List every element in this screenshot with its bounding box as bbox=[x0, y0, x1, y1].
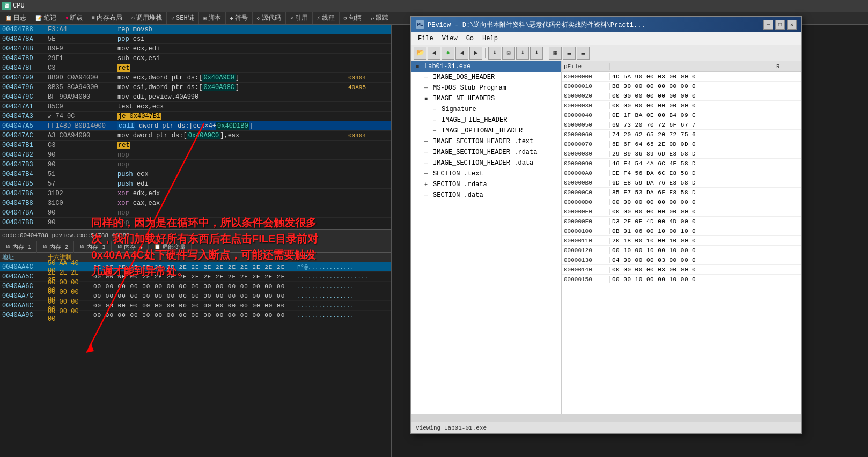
data-row[interactable]: 000000A0 EE F4 56 DA 6C E8 58 D bbox=[562, 168, 801, 178]
tree-item-section-header-text[interactable]: ─ IMAGE_SECTION_HEADER .text bbox=[411, 136, 561, 147]
tab-memmap[interactable]: ≡ 内存布局 bbox=[87, 12, 127, 24]
memory-row[interactable]: 0040AA9C 00 00 00 00 00 00 00 00 00 00 0… bbox=[0, 311, 391, 320]
data-row[interactable]: 00000130 04 00 00 00 03 00 00 0 bbox=[562, 255, 801, 265]
data-row[interactable]: 000000B0 6D E8 59 DA 76 E8 58 D bbox=[562, 178, 801, 188]
data-row[interactable]: 000000C0 85 F7 53 DA 6F E8 58 D bbox=[562, 188, 801, 197]
table-row[interactable]: 004047BA 90 nop bbox=[0, 208, 391, 218]
data-row[interactable]: 00000080 29 89 36 89 6D E8 58 D bbox=[562, 149, 801, 159]
tab-sym[interactable]: ◆ 符号 bbox=[226, 12, 253, 24]
table-row[interactable]: 004047A5 FF148D B0D14000 call dword ptr … bbox=[0, 121, 391, 131]
tree-item-msdos-stub[interactable]: ─ MS-DOS Stub Program bbox=[411, 83, 561, 93]
table-row[interactable]: 00404790 8B0D C0A94000 mov ecx,dword ptr… bbox=[0, 73, 391, 83]
menu-file[interactable]: File bbox=[414, 33, 438, 45]
data-row[interactable]: 000000F0 D3 2F 0E 4D 00 4D 00 0 bbox=[562, 217, 801, 226]
tree-item-dos-header[interactable]: ─ IMAGE_DOS_HEADER bbox=[411, 72, 561, 83]
tree-item-nt-headers[interactable]: ■ IMAGE_NT_HEADERS bbox=[411, 93, 561, 104]
toolbar-grid1[interactable]: ▦ bbox=[549, 47, 562, 60]
toolbar-down2[interactable]: ⬇ bbox=[516, 47, 529, 60]
data-row[interactable]: 000000E0 00 00 00 00 00 00 00 0 bbox=[562, 207, 801, 217]
tab-src[interactable]: ◇ 源代码 bbox=[253, 12, 286, 24]
maximize-button[interactable]: □ bbox=[775, 20, 785, 30]
data-row[interactable]: 000000D0 00 00 00 00 00 00 00 0 bbox=[562, 197, 801, 207]
toolbar-down3[interactable]: ⬇ bbox=[530, 47, 543, 60]
table-row[interactable]: 0040478A 5E pop esi bbox=[0, 34, 391, 44]
table-row[interactable]: 004047B6 31D2 xor edx,edx bbox=[0, 189, 391, 198]
tab-handle[interactable]: ⚙ 句柄 bbox=[340, 12, 366, 24]
data-row[interactable]: 00000120 00 10 00 10 00 10 00 0 bbox=[562, 246, 801, 255]
tab-ref[interactable]: ⌕ 引用 bbox=[286, 12, 313, 24]
data-row[interactable]: 00000000 4D 5A 90 00 03 00 00 0 bbox=[562, 72, 801, 82]
tab-notes[interactable]: 📝 笔记 bbox=[31, 12, 61, 24]
tree-item-file-header[interactable]: ─ IMAGE_FILE_HEADER bbox=[411, 115, 561, 126]
table-row[interactable]: 00404796 8B35 8CA94000 mov esi,dword ptr… bbox=[0, 83, 391, 92]
mem-tab-locals[interactable]: 📋 局部变量 bbox=[149, 241, 192, 253]
tree-item-section-header-rdata[interactable]: ─ IMAGE_SECTION_HEADER .rdata bbox=[411, 147, 561, 158]
tab-callstack[interactable]: ⌂ 调用堆栈 bbox=[127, 12, 167, 24]
tab-script[interactable]: ▣ 脚本 bbox=[199, 12, 226, 24]
minimize-button[interactable]: ─ bbox=[763, 20, 773, 30]
status-bar: code:00404788 peview.exe:$4788 #3B88 bbox=[0, 229, 391, 241]
table-row[interactable]: 004047B3 90 nop bbox=[0, 160, 391, 169]
tab-seh[interactable]: ⇌ SEH链 bbox=[167, 12, 199, 24]
data-row[interactable]: 00000020 00 00 00 00 00 00 00 0 bbox=[562, 91, 801, 101]
tree-item-optional-header[interactable]: ─ IMAGE_OPTIONAL_HEADER bbox=[411, 126, 561, 136]
table-row[interactable]: 004047B5 57 push edi bbox=[0, 179, 391, 189]
menu-view[interactable]: View bbox=[438, 33, 462, 45]
tree-item-lab01[interactable]: ■ Lab01-01.exe bbox=[411, 61, 561, 72]
table-row[interactable]: 0040478D 29F1 sub ecx,esi bbox=[0, 54, 391, 63]
mem-tab-2[interactable]: 🖥 内存 2 bbox=[37, 241, 74, 253]
menu-view-label: View bbox=[442, 35, 458, 42]
toolbar-back[interactable]: ◀ bbox=[428, 47, 440, 60]
toolbar-prev[interactable]: ◀ bbox=[455, 47, 468, 60]
tree-item-sig-label: Signature bbox=[442, 106, 476, 113]
data-row[interactable]: 00000100 0B 01 06 00 10 00 10 0 bbox=[562, 226, 801, 236]
peview-hscroll[interactable] bbox=[411, 414, 801, 422]
menu-go[interactable]: Go bbox=[462, 33, 478, 45]
data-row[interactable]: 00000150 00 00 10 00 00 10 00 0 bbox=[562, 275, 801, 284]
tree-item-signature[interactable]: ─ Signature bbox=[411, 104, 561, 115]
toolbar-mail[interactable]: ✉ bbox=[502, 47, 515, 60]
menu-help[interactable]: Help bbox=[478, 33, 502, 45]
data-row[interactable]: 00000030 00 00 00 00 00 00 00 0 bbox=[562, 101, 801, 110]
table-row[interactable]: 004047B8 31C0 xor eax,eax bbox=[0, 198, 391, 208]
data-row[interactable]: 00000040 0E 1F BA 0E 00 B4 09 C bbox=[562, 110, 801, 120]
toolbar-open[interactable]: 📂 bbox=[414, 47, 426, 60]
data-row[interactable]: 00000010 B8 00 00 00 00 00 00 0 bbox=[562, 82, 801, 91]
tab-log[interactable]: 📋 日志 bbox=[1, 12, 31, 24]
close-button[interactable]: ✕ bbox=[787, 20, 797, 30]
data-row[interactable]: 00000050 69 73 20 70 72 6F 67 7 bbox=[562, 120, 801, 130]
tree-item-section-text[interactable]: ─ SECTION .text bbox=[411, 168, 561, 179]
data-row[interactable]: 00000060 74 20 62 65 20 72 75 6 bbox=[562, 130, 801, 139]
data-row[interactable]: 00000090 46 F4 54 4A 6C 4E 58 D bbox=[562, 159, 801, 168]
table-row[interactable]: 004047B4 51 push ecx bbox=[0, 169, 391, 179]
data-row[interactable]: 00000110 20 18 00 10 00 10 00 0 bbox=[562, 236, 801, 246]
tree-item-section-header-data[interactable]: ─ IMAGE_SECTION_HEADER .data bbox=[411, 158, 561, 168]
mem-tab-3[interactable]: 🖥 内存 3 bbox=[74, 241, 111, 253]
toolbar-grid2[interactable]: ▬ bbox=[563, 47, 576, 60]
table-row[interactable]: 004047B2 90 nop bbox=[0, 150, 391, 160]
table-row[interactable]: 004047BB 90 nop bbox=[0, 218, 391, 227]
tab-trace[interactable]: ↵ 跟踪 bbox=[366, 12, 393, 24]
table-row[interactable]: 004047AC A3 C0A94000 mov dword ptr ds:[0… bbox=[0, 131, 391, 141]
table-row[interactable]: 00404788 F3:A4 rep movsb bbox=[0, 25, 391, 34]
toolbar-down1[interactable]: ⬇ bbox=[488, 47, 501, 60]
tree-panel: ■ Lab01-01.exe ─ IMAGE_DOS_HEADER ─ MS-D… bbox=[411, 61, 562, 414]
toolbar-next[interactable]: ▶ bbox=[469, 47, 482, 60]
table-row[interactable]: 0040478F C3 ret bbox=[0, 63, 391, 73]
table-row[interactable]: 004047A1 85C9 test ecx,ecx bbox=[0, 102, 391, 112]
tab-bp[interactable]: ● 断点 bbox=[61, 12, 87, 24]
table-row[interactable]: 004047A3 ↙ 74 0C je 0x4047B1 bbox=[0, 112, 391, 121]
tree-item-section-data[interactable]: ─ SECTION .data bbox=[411, 190, 561, 201]
data-row[interactable]: 00000070 6D 6F 64 65 2E 0D 0D 0 bbox=[562, 139, 801, 149]
table-row[interactable]: 0040478B 89F9 mov ecx,edi bbox=[0, 44, 391, 54]
tree-item-dos-label: IMAGE_DOS_HEADER bbox=[433, 73, 495, 81]
tab-thread[interactable]: ⚡ 线程 bbox=[313, 12, 340, 24]
table-row[interactable]: 004047B1 C3 ret bbox=[0, 141, 391, 150]
data-row[interactable]: 00000140 00 00 00 00 03 00 00 0 bbox=[562, 265, 801, 275]
tree-item-section-rdata[interactable]: + SECTION .rdata bbox=[411, 179, 561, 190]
mem-tab-1[interactable]: 🖥 内存 1 bbox=[0, 241, 37, 253]
toolbar-forward-green[interactable]: ● bbox=[442, 47, 454, 60]
mem-tab-4[interactable]: 🖥 内存 4 bbox=[112, 241, 149, 253]
table-row[interactable]: 0040479C BF 90A94000 mov edi,peview.40A9… bbox=[0, 92, 391, 102]
toolbar-grid3[interactable]: ▬ bbox=[577, 47, 590, 60]
